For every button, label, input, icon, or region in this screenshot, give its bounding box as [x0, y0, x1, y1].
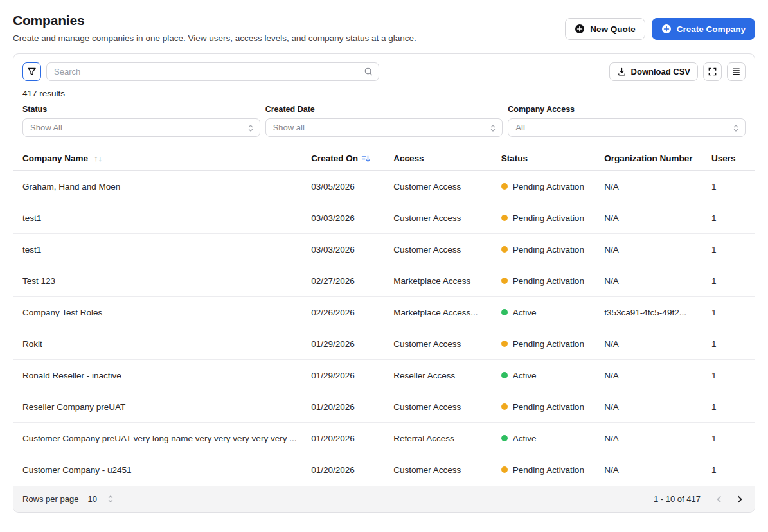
chevron-updown-icon: [733, 124, 739, 132]
table-row[interactable]: Customer Company preUAT very long name v…: [13, 423, 755, 454]
organization-number-cell: N/A: [604, 171, 711, 202]
plus-circle-icon: [575, 24, 585, 34]
organization-number-cell: f353ca91-4fc5-49f2...: [604, 297, 711, 328]
status-dot-icon: [501, 435, 508, 441]
search-input[interactable]: [46, 62, 379, 81]
chevron-updown-icon: [247, 124, 254, 132]
column-header-created-on[interactable]: Created On: [311, 146, 393, 171]
status-dot-icon: [501, 403, 508, 410]
table-row[interactable]: Rokit01/29/2026Customer AccessPending Ac…: [13, 328, 755, 360]
company-name-cell: test1: [13, 234, 311, 265]
status-label: Pending Activation: [513, 402, 584, 412]
chevron-left-icon: [715, 495, 724, 504]
row-density-button[interactable]: [727, 62, 746, 81]
status-filter-select[interactable]: Show All: [22, 118, 260, 137]
status-cell: Pending Activation: [501, 234, 605, 265]
users-cell: 1: [711, 202, 755, 234]
page-header-text: Companies Create and manage companies in…: [13, 13, 416, 43]
status-label: Pending Activation: [513, 182, 584, 191]
results-count: 417 results: [13, 87, 755, 103]
company-name-cell: Ronald Reseller - inactive: [13, 360, 311, 391]
status-filter-label: Status: [22, 105, 260, 114]
filter-company-access: Company Access All: [508, 105, 746, 137]
filters-row: Status Show All Created Date Show all: [13, 103, 755, 146]
pager: 1 - 10 of 417: [654, 493, 746, 505]
access-cell: Reseller Access: [393, 360, 501, 391]
chevron-updown-icon: [107, 495, 114, 503]
users-cell: 1: [711, 297, 755, 328]
table-row[interactable]: Customer Company - u245101/20/2026Custom…: [13, 454, 755, 486]
table-row[interactable]: Reseller Company preUAT01/20/2026Custome…: [13, 391, 755, 423]
table-row[interactable]: Test 12302/27/2026Marketplace AccessPend…: [13, 265, 755, 297]
status-label: Active: [513, 434, 537, 443]
table-row[interactable]: Company Test Roles02/26/2026Marketplace …: [13, 297, 755, 328]
create-company-label: Create Company: [677, 24, 746, 34]
column-header-organization-number: Organization Number: [604, 146, 711, 171]
created-on-cell: 02/26/2026: [311, 297, 393, 328]
table-row[interactable]: Graham, Hand and Moen03/05/2026Customer …: [13, 171, 755, 202]
users-cell: 1: [711, 454, 755, 486]
organization-number-cell: N/A: [604, 360, 711, 391]
companies-panel: Download CSV 417 results Status Show All: [13, 53, 755, 513]
column-header-access: Access: [393, 146, 501, 171]
created-on-cell: 01/20/2026: [311, 423, 393, 454]
status-cell: Active: [501, 360, 605, 391]
company-name-header-label: Company Name: [22, 154, 88, 163]
company-name-cell: Rokit: [13, 328, 311, 360]
filter-button[interactable]: [22, 62, 41, 81]
status-cell: Pending Activation: [501, 391, 605, 423]
companies-page: Companies Create and manage companies in…: [0, 0, 768, 513]
header-actions: New Quote Create Company: [565, 13, 755, 40]
access-cell: Marketplace Access...: [393, 297, 501, 328]
status-cell: Pending Activation: [501, 171, 605, 202]
status-label: Pending Activation: [513, 245, 584, 254]
created-date-filter-select[interactable]: Show all: [265, 118, 503, 137]
search-container: [46, 62, 379, 81]
chevron-updown-icon: [490, 124, 496, 132]
table-row[interactable]: test103/03/2026Customer AccessPending Ac…: [13, 234, 755, 265]
new-quote-button[interactable]: New Quote: [565, 18, 645, 40]
users-cell: 1: [711, 423, 755, 454]
users-cell: 1: [711, 328, 755, 360]
status-cell: Pending Activation: [501, 202, 605, 234]
status-dot-icon: [501, 278, 508, 284]
create-company-button[interactable]: Create Company: [652, 18, 755, 40]
table-row[interactable]: Ronald Reseller - inactive01/29/2026Rese…: [13, 360, 755, 391]
status-dot-icon: [501, 466, 508, 473]
company-access-filter-value: All: [515, 123, 524, 132]
column-header-status: Status: [501, 146, 605, 171]
table-row[interactable]: test103/03/2026Customer AccessPending Ac…: [13, 202, 755, 234]
access-cell: Customer Access: [393, 328, 501, 360]
column-header-company-name[interactable]: Company Name↑↓: [13, 146, 311, 171]
organization-number-cell: N/A: [604, 202, 711, 234]
company-access-filter-select[interactable]: All: [508, 118, 746, 137]
fullscreen-icon: [708, 67, 717, 76]
access-cell: Customer Access: [393, 234, 501, 265]
status-cell: Active: [501, 423, 605, 454]
filter-status: Status Show All: [22, 105, 260, 137]
plus-circle-icon: [661, 24, 672, 34]
fullscreen-button[interactable]: [703, 62, 722, 81]
previous-page-button[interactable]: [713, 493, 725, 505]
created-on-cell: 02/27/2026: [311, 265, 393, 297]
download-csv-label: Download CSV: [631, 67, 690, 76]
status-label: Pending Activation: [513, 339, 584, 349]
created-on-cell: 01/20/2026: [311, 391, 393, 423]
created-on-cell: 03/03/2026: [311, 234, 393, 265]
chevron-right-icon: [735, 495, 744, 504]
status-label: Pending Activation: [513, 213, 584, 223]
filter-created-date: Created Date Show all: [265, 105, 503, 137]
status-label: Pending Activation: [513, 276, 584, 286]
rows-per-page-select[interactable]: 10: [87, 494, 113, 504]
page-title: Companies: [13, 13, 416, 28]
download-csv-button[interactable]: Download CSV: [609, 62, 698, 81]
created-on-cell: 03/03/2026: [311, 202, 393, 234]
organization-number-cell: N/A: [604, 423, 711, 454]
created-on-cell: 03/05/2026: [311, 171, 393, 202]
access-cell: Referral Access: [393, 423, 501, 454]
next-page-button[interactable]: [734, 493, 746, 505]
sort-descending-icon: [361, 154, 371, 163]
company-access-filter-label: Company Access: [508, 105, 746, 114]
status-dot-icon: [501, 309, 508, 315]
rows-per-page: Rows per page 10: [22, 494, 114, 504]
